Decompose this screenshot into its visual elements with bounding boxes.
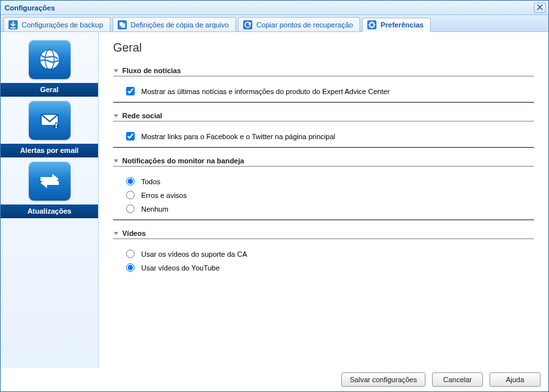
window-title: Configurações [5,4,55,12]
sidebar-item-general[interactable]: Geral [1,36,98,97]
tab-preferences[interactable]: Preferências [362,18,431,32]
svg-marker-27 [114,232,118,235]
tab-label: Configurações de backup [22,21,103,29]
files-icon [117,20,127,30]
radio-label: Erros e avisos [141,191,187,199]
sidebar-item-label: Geral [1,83,98,97]
tabs-bar: Configurações de backup Definições de có… [1,15,548,32]
section-header-social[interactable]: Rede social [113,112,534,122]
gear-icon [367,20,377,30]
sidebar-item-updates[interactable]: Atualizações [1,157,98,218]
radio-tray-all[interactable] [126,177,135,186]
svg-marker-24 [114,69,118,73]
radio-label: Usar vídeos do YouTube [141,264,220,272]
mail-alert-icon [29,101,71,140]
radio-tray-none[interactable] [126,204,135,213]
sidebar-item-email-alerts[interactable]: Alertas por email [1,97,98,157]
checkbox-label: Mostrar links para o Facebook e o Twitte… [141,133,335,140]
radio-row-tray-errwarn: Erros e avisos [126,188,534,202]
tab-recovery-points[interactable]: Copiar pontos de recuperação [238,17,360,31]
section-social: Rede social Mostrar links para o Faceboo… [113,112,534,148]
svg-marker-26 [114,159,118,163]
section-title: Vídeos [122,229,146,237]
section-header-news[interactable]: Fluxo de notícias [113,67,534,76]
chevron-down-icon [113,113,119,119]
svg-line-12 [369,22,370,23]
chevron-down-icon [113,158,119,164]
footer: Salvar configurações Cancelar Ajuda [1,368,548,391]
download-icon [8,20,18,30]
radio-videos-youtube[interactable] [126,263,135,272]
refresh-icon [242,20,253,30]
cancel-button[interactable]: Cancelar [432,372,483,387]
sidebar-item-label: Atualizações [1,204,98,218]
sidebar-item-label: Alertas por email [1,144,98,157]
svg-rect-5 [243,20,252,29]
tab-label: Definições de cópia de arquivo [131,21,229,29]
svg-line-13 [374,27,374,27]
svg-rect-22 [56,123,57,126]
checkbox-row-news: Mostrar as últimas notícias e informaçõe… [126,84,534,98]
tab-label: Preferências [380,21,424,29]
radio-tray-errwarn[interactable] [126,191,135,199]
section-title: Rede social [122,112,162,120]
radio-label: Todos [141,178,160,186]
svg-marker-25 [114,114,118,118]
svg-rect-4 [122,24,125,27]
checkbox-social[interactable] [126,132,135,140]
radio-row-videos-youtube: Usar vídeos do YouTube [126,261,534,274]
chevron-down-icon [113,231,119,237]
checkbox-label: Mostrar as últimas notícias e informaçõe… [141,88,390,95]
section-header-videos[interactable]: Vídeos [113,229,534,239]
section-title: Fluxo de notícias [122,67,181,74]
radio-videos-ca[interactable] [126,250,135,258]
svg-rect-23 [56,127,57,128]
sync-arrows-icon [29,161,71,201]
save-button[interactable]: Salvar configurações [341,372,425,387]
radio-label: Nenhum [141,205,169,213]
sidebar: Geral Alertas por emai [1,32,99,368]
close-button[interactable] [534,3,546,13]
chevron-down-icon [113,68,119,74]
checkbox-row-social: Mostrar links para o Facebook e o Twitte… [126,129,534,143]
tab-label: Copiar pontos de recuperação [256,21,353,29]
close-icon [537,4,543,12]
radio-label: Usar os vídeos do suporte da CA [141,250,247,258]
svg-line-15 [369,27,370,27]
section-tray: Notificações do monitor na bandeja Todos… [113,157,534,220]
radio-row-videos-ca: Usar os vídeos do suporte da CA [126,247,534,261]
section-videos: Vídeos Usar os vídeos do suporte da CA U… [113,229,534,278]
help-button[interactable]: Ajuda [490,372,541,387]
window: Configurações Configurações de backup De… [0,0,549,392]
svg-rect-1 [10,27,16,29]
radio-row-tray-all: Todos [126,174,534,188]
section-header-tray[interactable]: Notificações do monitor na bandeja [113,157,534,167]
section-news: Fluxo de notícias Mostrar as últimas not… [113,67,534,103]
svg-line-14 [374,22,374,23]
tab-file-copy[interactable]: Definições de cópia de arquivo [112,17,236,31]
titlebar: Configurações [1,1,548,15]
content-pane: Geral Fluxo de notícias Mostrar as últim… [99,32,548,368]
page-title: Geral [113,41,534,55]
globe-icon [29,40,71,79]
section-title: Notificações do monitor na bandeja [122,157,244,165]
tab-backup-settings[interactable]: Configurações de backup [3,17,110,31]
body: Geral Alertas por emai [1,32,548,368]
radio-row-tray-none: Nenhum [126,202,534,216]
checkbox-news[interactable] [126,87,135,95]
